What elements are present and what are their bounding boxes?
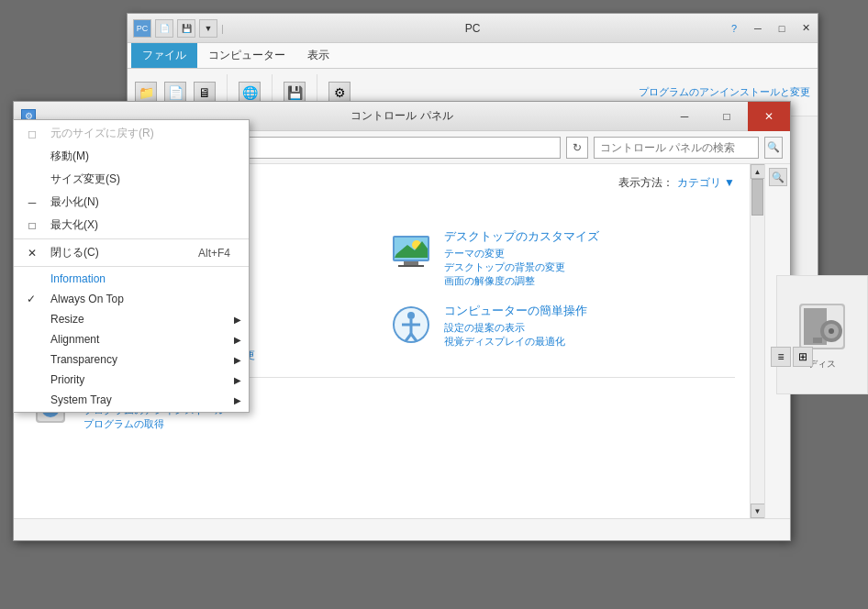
ctx-item-restore[interactable]: ◻ 元のサイズに戻す(R) xyxy=(14,122,249,145)
svg-rect-36 xyxy=(813,338,822,343)
priority-arrow-icon: ▶ xyxy=(234,375,241,385)
ribbon-tab-view[interactable]: 表示 xyxy=(296,42,340,68)
cp-item-link-desktop-3[interactable]: 画面の解像度の調整 xyxy=(444,274,599,288)
cp-item-title-desktop[interactable]: デスクトップのカスタマイズ xyxy=(444,228,599,245)
scrollbar-up-btn[interactable]: ▲ xyxy=(751,164,765,179)
context-menu: ◻ 元のサイズに戻す(R) 移動(M) サイズ変更(S) ─ 最小化(N) □ … xyxy=(13,119,250,413)
cp-item-icon-easeofaccess xyxy=(389,303,433,347)
cp-item-link-desktop-1[interactable]: テーマの変更 xyxy=(444,247,599,260)
pc-window-controls: ? ─ □ ✕ xyxy=(722,14,818,42)
system-tray-arrow-icon: ▶ xyxy=(234,395,241,405)
disk-icon xyxy=(795,299,850,354)
cp-minimize-btn[interactable]: ─ xyxy=(663,102,706,131)
ctx-item-system-tray[interactable]: System Tray ▶ xyxy=(14,390,249,410)
ribbon-tab-file[interactable]: ファイル xyxy=(131,42,197,68)
ctx-item-alignment[interactable]: Alignment ▶ xyxy=(14,329,249,349)
ctx-item-maximize-sys[interactable]: □ 最大化(X) xyxy=(14,214,249,237)
pc-minimize-btn[interactable]: ─ xyxy=(746,16,770,41)
cp-item-text-desktop: デスクトップのカスタマイズ テーマの変更 デスクトップの背景の変更 画面の解像度… xyxy=(444,228,599,288)
search-btn[interactable]: 🔍 xyxy=(764,137,783,159)
pc-titlebar: PC 📄 💾 ▼ | PC ? ─ □ ✕ xyxy=(128,14,818,43)
alignment-arrow-icon: ▶ xyxy=(234,335,241,345)
svg-point-21 xyxy=(407,312,415,319)
restore-icon: ◻ xyxy=(19,125,45,143)
close-icon: ✕ xyxy=(19,244,45,262)
ctx-item-priority[interactable]: Priority ▶ xyxy=(14,370,249,390)
ctx-item-move[interactable]: 移動(M) xyxy=(14,145,249,168)
cp-item-link-ease-2[interactable]: 視覚ディスプレイの最適化 xyxy=(444,335,587,349)
svg-rect-7 xyxy=(404,261,418,265)
refresh-btn[interactable]: ↻ xyxy=(566,137,588,159)
resize-arrow-icon: ▶ xyxy=(234,315,241,325)
cp-window-controls: ─ □ ✕ xyxy=(663,102,790,131)
ribbon-icon-doc[interactable]: 📄 xyxy=(164,82,186,104)
ctx-separator-1 xyxy=(14,238,249,239)
right-search-btn[interactable]: 🔍 xyxy=(769,168,787,186)
ctx-separator-2 xyxy=(14,266,249,267)
maximize-icon: □ xyxy=(19,216,45,235)
quick-btn-2[interactable]: 💾 xyxy=(177,19,195,38)
view-grid-btn[interactable]: ⊞ xyxy=(793,347,813,367)
ctx-item-resize[interactable]: Resize ▶ xyxy=(14,309,249,329)
cp-item-desktop[interactable]: デスクトップのカスタマイズ テーマの変更 デスクトップの背景の変更 画面の解像度… xyxy=(389,228,735,288)
quick-btn-1[interactable]: 📄 xyxy=(155,19,173,38)
check-icon: ✓ xyxy=(27,293,36,305)
ctx-item-resize-sys[interactable]: サイズ変更(S) xyxy=(14,168,249,191)
cp-item-text-easeofaccess: コンピューターの簡単操作 設定の提案の表示 視覚ディスプレイの最適化 xyxy=(444,303,587,349)
pc-maximize-btn[interactable]: □ xyxy=(770,16,794,41)
search-input[interactable] xyxy=(594,137,759,159)
ribbon-tab-computer[interactable]: コンピューター xyxy=(197,42,296,68)
view-list-btn[interactable]: ≡ xyxy=(771,347,791,367)
cp-item-link-desktop-2[interactable]: デスクトップの背景の変更 xyxy=(444,260,599,274)
ribbon-icon-network[interactable]: 🌐 xyxy=(239,82,261,104)
cp-maximize-btn[interactable]: □ xyxy=(706,102,748,131)
cp-item-link-ease-1[interactable]: 設定の提案の表示 xyxy=(444,321,587,335)
pc-quick-access: PC 📄 💾 ▼ | xyxy=(133,14,224,42)
svg-rect-8 xyxy=(398,265,424,267)
pc-close-btn[interactable]: ✕ xyxy=(794,16,818,41)
scrollbar-down-btn[interactable]: ▼ xyxy=(751,504,765,518)
scrollbar-thumb[interactable] xyxy=(751,179,763,216)
ctx-item-close-sys[interactable]: ✕ 閉じる(C) Alt+F4 xyxy=(14,241,249,264)
ribbon-icon-monitor[interactable]: 🖥 xyxy=(194,82,216,104)
ctx-item-always-on-top[interactable]: ✓ Always On Top xyxy=(14,289,249,309)
cp-item-title-easeofaccess[interactable]: コンピューターの簡単操作 xyxy=(444,303,587,319)
view-mode-label: 表示方法： xyxy=(618,175,673,191)
ribbon-icon-folder[interactable]: 📁 xyxy=(135,82,157,104)
view-controls: ≡ ⊞ xyxy=(771,347,813,367)
scrollbar-track xyxy=(751,179,764,341)
quick-btn-3[interactable]: ▼ xyxy=(199,19,217,38)
pc-help-btn[interactable]: ? xyxy=(722,16,746,41)
transparency-arrow-icon: ▶ xyxy=(234,355,241,365)
minimize-icon: ─ xyxy=(19,194,45,212)
disk-panel: ディス xyxy=(776,275,868,394)
ribbon-icon-settings[interactable]: ⚙ xyxy=(328,82,351,104)
ribbon-uninstall-text[interactable]: プログラムのアンインストールと変更 xyxy=(639,85,810,99)
programs-link-2[interactable]: プログラムの取得 xyxy=(83,417,225,431)
cp-scrollbar[interactable]: ▲ ▼ xyxy=(750,164,764,518)
pc-title: PC xyxy=(465,22,481,35)
cp-item-icon-desktop xyxy=(389,228,433,272)
cp-statusbar xyxy=(14,518,790,540)
cp-item-easeofaccess[interactable]: コンピューターの簡単操作 設定の提案の表示 視覚ディスプレイの最適化 xyxy=(389,303,735,362)
view-mode-value[interactable]: カテゴリ ▼ xyxy=(677,175,735,191)
ribbon-icon-drive[interactable]: 💾 xyxy=(284,82,306,104)
ctx-item-information[interactable]: Information xyxy=(14,269,249,289)
cp-title: コントロール パネル xyxy=(351,108,452,124)
cp-close-btn[interactable]: ✕ xyxy=(748,102,790,131)
pc-icon: PC xyxy=(133,19,151,38)
ctx-item-minimize-sys[interactable]: ─ 最小化(N) xyxy=(14,191,249,214)
ctx-item-transparency[interactable]: Transparency ▶ xyxy=(14,349,249,370)
svg-point-35 xyxy=(829,328,834,334)
